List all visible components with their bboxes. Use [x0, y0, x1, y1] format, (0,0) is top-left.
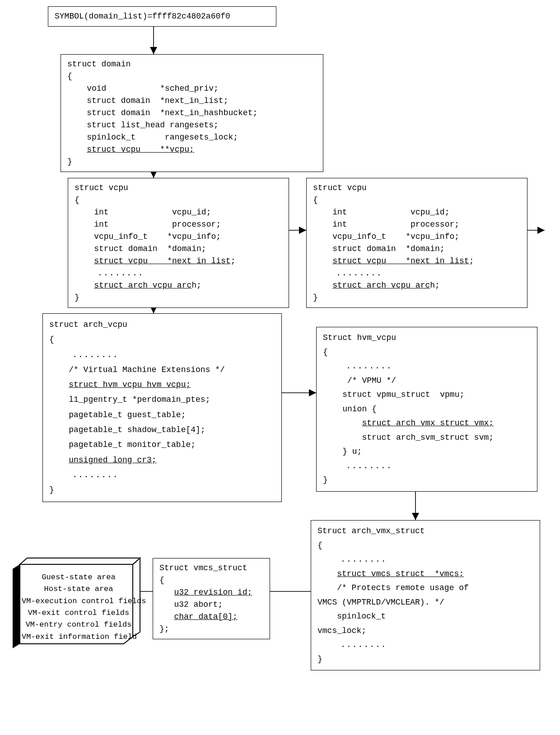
code-line: struct arch_vmx_struct vmx;: [323, 416, 531, 431]
code-line: {: [75, 194, 282, 206]
code-line: unsigned long cr3;: [49, 453, 275, 468]
code-line: spinlock_t rangesets_lock;: [67, 131, 317, 144]
code-line: {: [323, 345, 531, 360]
code-line: } u;: [323, 445, 531, 459]
code-line: int vcpu_id;: [75, 206, 282, 219]
code-line: }: [317, 652, 533, 667]
code-line: struct vpmu_struct vpmu;: [323, 388, 531, 402]
svg-marker-10: [13, 564, 20, 648]
code-line: }: [75, 292, 282, 304]
code-line: struct arch_vcpu arch;: [313, 279, 521, 292]
code-line: spinlock_t: [317, 609, 533, 624]
code-line: l1_pgentry_t *perdomain_ptes;: [49, 392, 275, 407]
symbol-box: SYMBOL(domain_list)=ffff82c4802a60f0: [48, 6, 276, 27]
code-line: ........: [323, 459, 531, 474]
vcpu1-box: struct vcpu{ int vcpu_id; int processor;…: [68, 178, 289, 308]
code-line: struct domain *next_in_list;: [67, 95, 317, 107]
code-line: int processor;: [75, 219, 282, 231]
code-line: {: [159, 574, 263, 586]
code-line: struct domain *domain;: [75, 243, 282, 255]
code-line: }: [67, 156, 317, 168]
code-line: ........: [313, 267, 521, 279]
code-line: struct vmcs_struct *vmcs;: [317, 567, 533, 581]
code-line: struct arch_vcpu: [49, 317, 275, 332]
code-line: {: [49, 332, 275, 347]
code-line: int processor;: [313, 219, 521, 231]
code-line: ........: [75, 267, 282, 279]
arch_vcpu-box: struct arch_vcpu{ ........ /* Virtual Ma…: [42, 313, 282, 502]
code-line: struct arch_vcpu arch;: [75, 279, 282, 292]
code-line: Struct vmcs_struct: [159, 562, 263, 574]
code-line: pagetable_t monitor_table;: [49, 437, 275, 452]
code-line: struct domain: [67, 58, 317, 70]
code-line: struct vcpu: [75, 182, 282, 194]
code-line: ........: [49, 348, 275, 363]
code-line: u32 revision_id;: [159, 586, 263, 599]
code-line: }: [313, 292, 521, 304]
code-line: struct vcpu **vcpu;: [67, 144, 317, 156]
code-line: union {: [323, 402, 531, 417]
code-line: Struct hvm_vcpu: [323, 331, 531, 345]
code-line: ........: [49, 468, 275, 483]
code-line: struct arch_svm_struct svm;: [323, 431, 531, 445]
code-line: vcpu_info_t *vcpu_info;: [75, 231, 282, 243]
code-line: ........: [317, 553, 533, 567]
vmcs-fields-list: Guest-state area Host-state area VM-exec…: [22, 572, 135, 643]
code-line: void *sched_priv;: [67, 83, 317, 95]
code-line: };: [159, 623, 263, 635]
code-line: }: [49, 483, 275, 498]
code-line: {: [67, 70, 317, 83]
code-line: struct domain *domain;: [313, 243, 521, 255]
code-line: vcpu_info_t *vcpu_info;: [313, 231, 521, 243]
code-line: {: [317, 539, 533, 553]
svg-marker-12: [20, 558, 140, 564]
code-line: pagetable_t shadow_table[4];: [49, 423, 275, 437]
code-line: VMCS (VMPTRLD/VMCLEAR). */: [317, 595, 533, 610]
code-line: struct hvm_vcpu hvm_vcpu;: [49, 377, 275, 392]
code-line: struct vcpu: [313, 182, 521, 194]
code-line: struct list_head rangesets;: [67, 119, 317, 131]
vmcs_struct-box: Struct vmcs_struct{ u32 revision_id; u32…: [153, 558, 270, 639]
arch_vmx-box: Struct arch_vmx_struct{ ........ struct …: [311, 520, 540, 670]
domain-box: struct domain{ void *sched_priv; struct …: [61, 54, 323, 172]
vcpu2-box: struct vcpu{ int vcpu_id; int processor;…: [306, 178, 527, 308]
code-line: }: [323, 473, 531, 488]
code-line: struct domain *next_in_hashbucket;: [67, 107, 317, 119]
code-line: ........: [317, 638, 533, 652]
code-line: pagetable_t guest_table;: [49, 408, 275, 423]
code-line: /* Virtual Machine Extensions */: [49, 363, 275, 377]
code-line: u32 abort;: [159, 599, 263, 611]
code-line: struct vcpu *next_in_list;: [75, 255, 282, 267]
code-line: int vcpu_id;: [313, 206, 521, 219]
code-line: /* VPMU */: [323, 374, 531, 388]
code-line: /* Protects remote usage of: [317, 581, 533, 595]
code-line: Struct arch_vmx_struct: [317, 524, 533, 539]
code-line: struct vcpu *next_in_list;: [313, 255, 521, 267]
code-line: ........: [323, 359, 531, 374]
hvm_vcpu-box: Struct hvm_vcpu{ ........ /* VPMU */ str…: [316, 327, 537, 492]
code-line: vmcs_lock;: [317, 624, 533, 638]
code-line: char data[0];: [159, 611, 263, 623]
code-line: SYMBOL(domain_list)=ffff82c4802a60f0: [55, 10, 270, 23]
code-line: {: [313, 194, 521, 206]
